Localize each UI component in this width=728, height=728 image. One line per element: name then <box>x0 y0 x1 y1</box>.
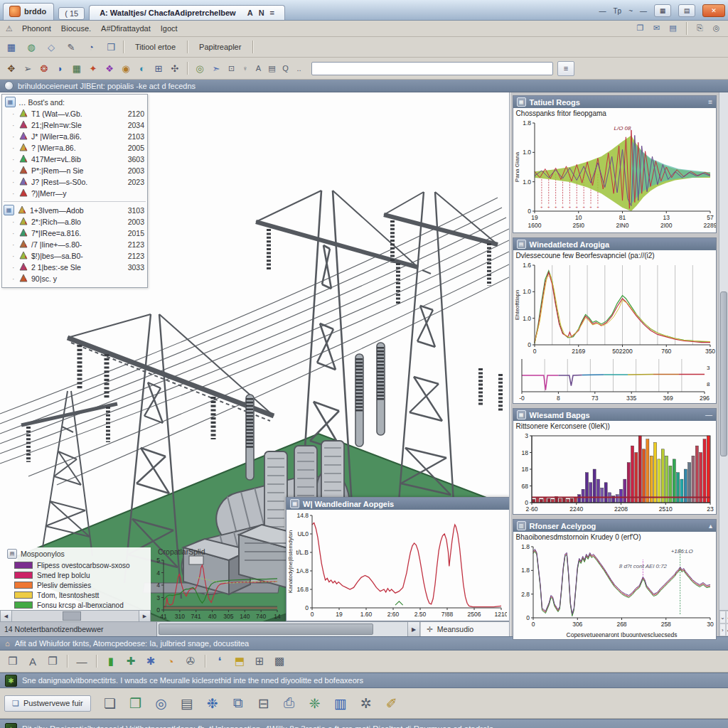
panel-menu-icon[interactable]: ≡ <box>708 98 712 106</box>
notes-icon[interactable]: ▤ <box>176 692 198 714</box>
vertical-scroll-thumb[interactable] <box>720 291 727 456</box>
close-button[interactable]: ✕ <box>702 4 725 17</box>
select-tool-icon[interactable]: ➢ <box>21 61 35 75</box>
export-icon[interactable]: ⎘ <box>694 22 706 34</box>
window-control-glyph[interactable]: Tp <box>613 7 621 15</box>
group-icon[interactable]: ▦ <box>4 205 14 215</box>
script-icon[interactable]: ✎ <box>64 40 78 54</box>
flask-icon[interactable]: ✐ <box>381 692 402 714</box>
panel-minimize-icon[interactable]: — <box>705 411 712 419</box>
burst-icon[interactable]: ❂ <box>37 61 51 75</box>
new-page-icon[interactable]: ❐ <box>44 653 61 670</box>
half-sphere-icon[interactable]: ◐ <box>135 61 149 75</box>
printer-icon[interactable]: ⎙ <box>279 692 300 714</box>
restore-window-icon[interactable]: ❒ <box>4 653 21 670</box>
camera-icon[interactable]: ✇ <box>182 653 199 670</box>
link-icon[interactable]: ◎ <box>710 22 722 34</box>
tree-item[interactable]: ·21;|Reln=w:Sle2034 <box>2 119 147 131</box>
menu-item-adfirattaydat[interactable]: A#Dfirattaydat <box>96 23 156 34</box>
tree-item[interactable]: ▦1+3Ivem—Adob3103 <box>2 204 147 216</box>
clock-icon[interactable]: ◔ <box>162 653 179 670</box>
tree-item[interactable]: ·417Mer=vL.8ib3603 <box>2 154 147 165</box>
battery-icon[interactable]: ▮ <box>102 653 119 670</box>
lock-icon[interactable]: ⬒ <box>231 653 248 670</box>
tree-item[interactable]: ·J? |Rest—s-S0o.2023 <box>2 176 147 188</box>
grid-table-icon[interactable]: ▦ <box>70 61 84 75</box>
panel-title-bar[interactable]: ▦ W| Wandledinar Aopgeis <box>287 498 509 510</box>
command-input[interactable] <box>311 62 553 75</box>
hamburger-menu-button[interactable]: ≡ <box>557 61 574 76</box>
titiool-ertoe-button[interactable]: Titiool ertoe <box>129 41 182 53</box>
pustwervewe-button[interactable]: ❏ Pustwervewe fuir <box>4 695 91 712</box>
horizontal-scroll-thumb[interactable] <box>159 623 373 635</box>
gear-icon[interactable]: ✲ <box>355 692 377 714</box>
screen-icon[interactable]: ⊡ <box>225 63 237 75</box>
pan-tool-icon[interactable]: ✥ <box>4 61 18 75</box>
menu-item-igoct[interactable]: Igoct <box>156 23 183 34</box>
menu-item-phonont[interactable]: Phonont <box>17 23 56 34</box>
pages-icon[interactable]: ⧉ <box>228 692 249 714</box>
brush-icon[interactable]: ✱ <box>142 653 159 670</box>
tree-item[interactable]: ·2 1|bes:-se Sle3033 <box>2 262 147 273</box>
monitor-icon[interactable]: ⊞ <box>151 61 166 75</box>
zoom-icon[interactable]: ◎ <box>151 692 172 714</box>
tree-item[interactable]: ·P*:|Rem—n Sie2003 <box>2 165 147 176</box>
donut-chart-icon[interactable]: ◔ <box>84 40 98 54</box>
report-table-icon[interactable]: ▦ <box>4 40 18 54</box>
panel-title-bar[interactable]: ▥ Rfonser Acelypog ▴ <box>513 520 716 532</box>
scroll-left-button[interactable]: ◀ <box>1 611 12 621</box>
window-control-glyph[interactable]: — <box>599 7 606 15</box>
tab-action-icon[interactable]: N <box>259 9 264 17</box>
app-tab[interactable]: brddo <box>3 3 54 20</box>
tree-item[interactable]: ·90|sc. y <box>2 273 147 284</box>
ink-icon[interactable]: ❉ <box>202 692 223 714</box>
scroll-right-button[interactable]: ▶ <box>407 622 420 636</box>
wave-icon[interactable]: ◗ <box>53 61 68 75</box>
panel-scroll-icon[interactable]: ▴ <box>709 522 712 530</box>
tab-action-icon[interactable]: A <box>247 9 253 17</box>
clipboard-icon[interactable]: ❒ <box>104 40 118 54</box>
sphere-icon[interactable]: ◉ <box>119 61 133 75</box>
model-canvas[interactable]: ▦… Bost's and:·T1 (Wat—v.Gb.2120·21;|Rel… <box>0 92 509 621</box>
tree-item[interactable]: ·/7 |Iine+—s.80-2123 <box>2 239 147 250</box>
vertical-scrollbar[interactable]: ⌄⌄ ›✓ <box>719 92 728 636</box>
chart-icon[interactable]: ▤ <box>266 63 278 75</box>
papitreapler-button[interactable]: Papitreapler <box>193 41 247 53</box>
people-icon[interactable]: ✣ <box>168 61 182 75</box>
lamp-icon[interactable]: ♀ <box>239 63 251 75</box>
chart-frame-icon[interactable]: ▩ <box>271 653 288 670</box>
search-icon[interactable]: Q <box>279 63 291 75</box>
marker-icon[interactable]: ✦ <box>86 61 100 75</box>
panel-title-bar[interactable]: ▤ Winedatleted Arogiga <box>513 238 716 250</box>
window-control-glyph[interactable]: ~ <box>628 7 633 15</box>
tree-item[interactable]: ·2*:|Rich—a.8lo2003 <box>2 216 147 228</box>
notes-icon[interactable]: ▤ <box>667 22 679 34</box>
mail-icon[interactable]: ✉ <box>651 22 663 34</box>
text-page-icon[interactable]: A <box>24 653 41 670</box>
tree-item[interactable]: ·T1 (Wat—v.Gb.2120 <box>2 108 147 119</box>
window-button[interactable]: ▦ <box>654 4 671 17</box>
tree-item[interactable]: ·7*|IRee=a.816.2015 <box>2 228 147 239</box>
window-control-glyph[interactable]: — <box>640 7 647 15</box>
copy-window-icon[interactable]: ❐ <box>634 22 646 34</box>
scroll-track[interactable] <box>12 611 139 621</box>
group-icon[interactable]: ▦ <box>5 97 16 107</box>
legend-scrollbar[interactable]: ◀ ▶ <box>0 610 151 621</box>
tree-item[interactable]: ·$!)|bes—sa.B0-2123 <box>2 250 147 262</box>
picture-icon[interactable]: ❈ <box>304 692 326 714</box>
menu-item-biocuse[interactable]: Biocuse. <box>56 23 96 34</box>
layout-icon[interactable]: ❏ <box>100 692 121 714</box>
tree-item[interactable]: ·?)|Merr—y <box>2 188 147 199</box>
tools-icon[interactable]: ✚ <box>122 653 139 670</box>
scroll-down-icon[interactable]: ⌄ <box>719 611 726 623</box>
document-tab[interactable]: A: Wataltjes/ ChacfaAdipretrchelbew AN= <box>89 5 285 20</box>
globe-icon[interactable]: ◍ <box>24 40 38 54</box>
grid-icon[interactable]: ⊞ <box>251 653 268 670</box>
nodes-icon[interactable]: ❖ <box>102 61 117 75</box>
scroll-right-button[interactable]: ▶ <box>139 611 150 621</box>
screen-icon[interactable]: ⊟ <box>253 692 274 714</box>
book-icon[interactable]: ▥ <box>330 692 351 714</box>
panel-title-bar[interactable]: ▦ Wlesamd Bapgs — <box>513 409 716 421</box>
scroll-thumb[interactable] <box>63 611 81 621</box>
tab-action-icon[interactable]: = <box>270 9 274 17</box>
